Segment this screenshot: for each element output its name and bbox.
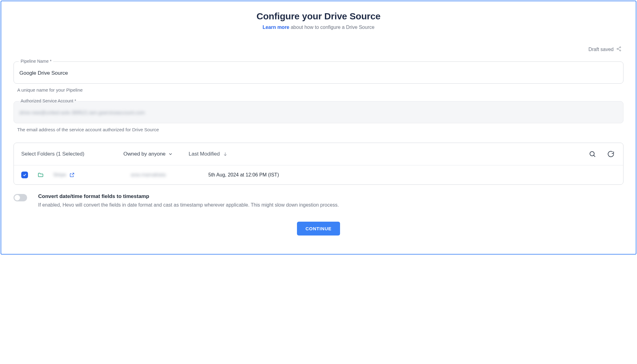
svg-line-3 — [618, 48, 620, 49]
folder-actions — [587, 149, 616, 159]
folder-owner: arav.mamaktata — [131, 172, 205, 178]
chevron-down-icon — [168, 152, 173, 156]
toggle-description: If enabled, Hevo will convert the fields… — [38, 201, 339, 209]
folder-checkbox[interactable] — [21, 172, 28, 178]
refresh-icon — [607, 150, 615, 158]
pipeline-name-input[interactable] — [19, 70, 618, 76]
open-external-link[interactable] — [69, 172, 75, 178]
svg-line-4 — [618, 49, 620, 50]
toggle-text: Convert date/time format fields to times… — [38, 193, 339, 209]
svg-point-6 — [590, 152, 594, 156]
svg-point-2 — [620, 50, 621, 51]
folder-name: Stripe — [53, 172, 66, 178]
folders-header: Select Folders (1 Selected) Owned by any… — [14, 143, 623, 165]
continue-wrap: CONTINUE — [14, 222, 623, 235]
select-folders-label: Select Folders (1 Selected) — [21, 151, 120, 157]
service-account-helper: The email address of the service account… — [17, 127, 623, 132]
page-subtitle: Learn more about how to configure a Driv… — [14, 25, 623, 30]
pipeline-name-field[interactable]: Pipeline Name * — [14, 61, 623, 84]
folder-icon — [37, 172, 50, 178]
svg-line-7 — [594, 156, 595, 157]
toggle-title: Convert date/time format fields to times… — [38, 193, 339, 200]
sort-label: Last Modified — [189, 151, 220, 157]
pipeline-name-helper: A unique name for your Pipeline — [17, 87, 623, 93]
svg-point-0 — [620, 47, 621, 48]
convert-timestamp-toggle[interactable] — [14, 194, 27, 201]
convert-timestamp-row: Convert date/time format fields to times… — [14, 193, 623, 209]
pipeline-name-label: Pipeline Name * — [19, 59, 53, 64]
sort-by-modified[interactable]: Last Modified — [189, 151, 584, 157]
service-account-label: Authorized Service Account * — [19, 98, 78, 103]
owner-filter-dropdown[interactable]: Owned by anyone — [123, 151, 185, 157]
learn-more-link[interactable]: Learn more — [262, 25, 289, 30]
refresh-button[interactable] — [606, 149, 616, 159]
continue-button[interactable]: CONTINUE — [297, 222, 340, 235]
external-link-icon — [69, 172, 75, 178]
page-title: Configure your Drive Source — [14, 11, 623, 22]
draft-status-text: Draft saved — [588, 47, 614, 52]
arrow-down-icon — [223, 152, 228, 156]
owner-filter-label: Owned by anyone — [123, 151, 166, 157]
folder-row[interactable]: Stripe arav.mamaktata 5th Aug, 2024 at 1… — [14, 165, 623, 184]
search-button[interactable] — [587, 149, 597, 159]
toggle-knob — [14, 195, 20, 200]
share-icon[interactable] — [616, 46, 622, 53]
form-area: Pipeline Name * A unique name for your P… — [14, 61, 623, 235]
check-icon — [22, 173, 27, 177]
subtitle-text: about how to configure a Drive Source — [289, 25, 375, 30]
folder-name-cell: Stripe — [53, 172, 127, 178]
svg-point-1 — [617, 48, 618, 49]
page-header: Configure your Drive Source Learn more a… — [14, 11, 623, 30]
search-icon — [589, 150, 596, 158]
service-account-field: Authorized Service Account * drive-new@u… — [14, 101, 623, 123]
draft-status-row: Draft saved — [14, 46, 623, 53]
folders-table: Select Folders (1 Selected) Owned by any… — [14, 143, 623, 185]
service-account-value: drive-new@united-axle-389521.iam.gservic… — [19, 110, 145, 116]
configure-drive-source-page: Configure your Drive Source Learn more a… — [1, 1, 636, 255]
folder-modified-date: 5th Aug, 2024 at 12:06 PM (IST) — [208, 172, 616, 178]
